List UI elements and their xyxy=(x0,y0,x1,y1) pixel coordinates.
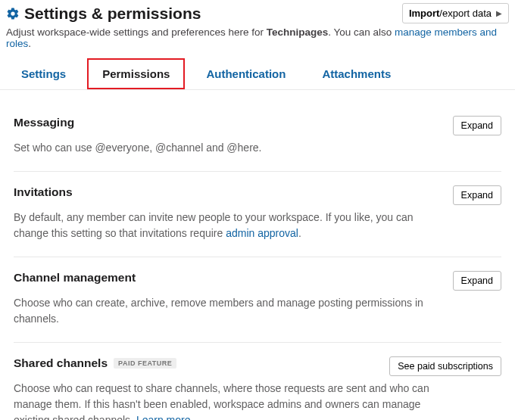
gear-icon xyxy=(6,7,20,20)
tab-permissions[interactable]: Permissions xyxy=(87,58,185,89)
expand-button-channel[interactable]: Expand xyxy=(453,271,501,291)
section-title: Invitations xyxy=(14,185,73,199)
paid-feature-badge: PAID FEATURE xyxy=(114,358,176,369)
section-desc: Choose who can create, archive, remove m… xyxy=(14,295,438,327)
page-title: Settings & permissions xyxy=(24,5,201,23)
see-paid-subscriptions-button[interactable]: See paid subscriptions xyxy=(389,356,501,376)
section-shared-channels: Shared channels PAID FEATURE See paid su… xyxy=(14,342,501,420)
admin-approval-link[interactable]: admin approval xyxy=(226,227,298,239)
tab-settings[interactable]: Settings xyxy=(6,58,81,89)
expand-button-invitations[interactable]: Expand xyxy=(453,185,501,205)
section-title: Shared channels xyxy=(14,356,108,370)
section-channel-management: Channel management Expand Choose who can… xyxy=(14,257,501,342)
section-title: Messaging xyxy=(14,116,74,129)
chevron-right-icon: ▶ xyxy=(496,9,502,17)
section-desc: By default, any member can invite new pe… xyxy=(14,210,438,241)
section-title: Channel management xyxy=(14,271,136,285)
expand-button-messaging[interactable]: Expand xyxy=(453,116,501,135)
tab-attachments[interactable]: Attachments xyxy=(307,58,406,89)
section-invitations: Invitations Expand By default, any membe… xyxy=(14,171,501,257)
section-desc: Set who can use @everyone, @channel and … xyxy=(14,140,438,156)
page-subtitle: Adjust workspace-wide settings and prefe… xyxy=(0,23,515,58)
section-messaging: Messaging Expand Set who can use @everyo… xyxy=(14,98,501,171)
import-export-button[interactable]: Import/export data ▶ xyxy=(402,3,509,23)
tabs: Settings Permissions Authentication Atta… xyxy=(0,58,515,90)
learn-more-link[interactable]: Learn more xyxy=(136,414,191,420)
section-desc: Choose who can request to share channels… xyxy=(14,381,438,420)
tab-authentication[interactable]: Authentication xyxy=(191,58,301,89)
